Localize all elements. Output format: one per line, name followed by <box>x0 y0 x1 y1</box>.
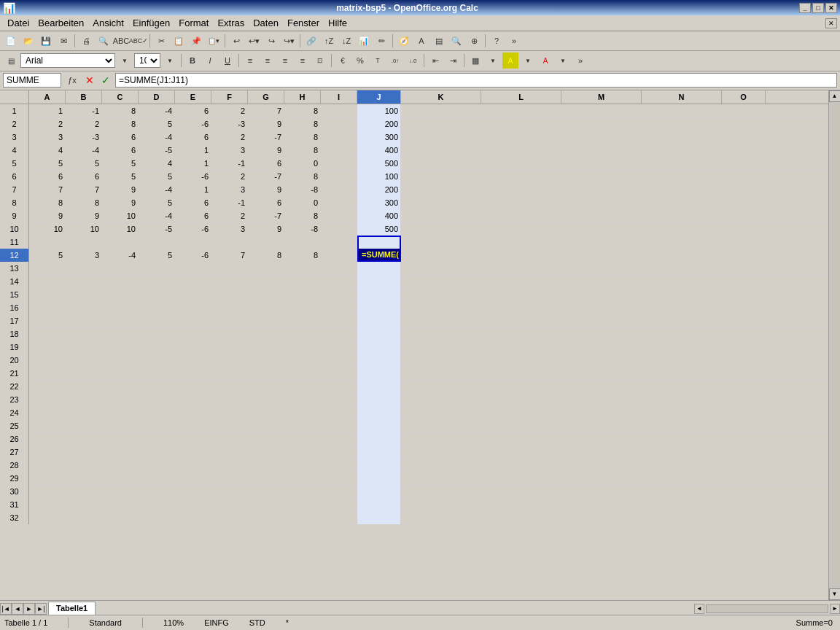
row-num-10[interactable]: 10 <box>0 222 29 236</box>
cell-k2[interactable] <box>401 117 481 131</box>
cell-g9[interactable]: -7 <box>248 209 284 222</box>
cell-f12[interactable]: 7 <box>211 249 248 262</box>
font-size-select[interactable]: 10 <box>134 53 160 68</box>
zoom-button[interactable]: ⊕ <box>466 33 482 49</box>
cell-c5[interactable]: 5 <box>102 157 139 170</box>
cell-i10[interactable] <box>321 222 357 236</box>
col-header-a[interactable]: A <box>29 90 66 104</box>
cell-j5[interactable]: 500 <box>357 157 401 170</box>
sort-asc-button[interactable]: ↑Z <box>321 33 337 49</box>
cell-h5[interactable]: 0 <box>284 157 321 170</box>
row-num-2[interactable]: 2 <box>0 117 29 131</box>
cell-b7[interactable]: 7 <box>66 183 102 196</box>
cell-f5[interactable]: -1 <box>211 157 248 170</box>
undo-button[interactable]: ↩ <box>228 33 244 49</box>
cell-c10[interactable]: 10 <box>102 222 139 236</box>
cell-k4[interactable] <box>401 144 481 157</box>
thousands-button[interactable]: T <box>370 52 386 69</box>
row-num-8[interactable]: 8 <box>0 196 29 209</box>
cell-g5[interactable]: 6 <box>248 157 284 170</box>
cell-b10[interactable]: 10 <box>66 222 102 236</box>
cell-h10[interactable]: -8 <box>284 222 321 236</box>
sheet-tab-tabelle1[interactable]: Tabelle1 <box>48 602 96 615</box>
cell-k10[interactable] <box>401 222 481 236</box>
cell-o6[interactable] <box>722 170 766 183</box>
hscroll-right-button[interactable]: ► <box>830 604 840 614</box>
cell-e6[interactable]: -6 <box>175 170 211 183</box>
decrease-indent-button[interactable]: ⇤ <box>427 52 443 69</box>
cell-i8[interactable] <box>321 196 357 209</box>
tab-next-button[interactable]: ► <box>23 603 35 615</box>
cell-c8[interactable]: 9 <box>102 196 139 209</box>
font-name-select[interactable]: Arial <box>20 53 115 68</box>
menu-datei[interactable]: Datei <box>3 16 34 30</box>
cell-b8[interactable]: 8 <box>66 196 102 209</box>
more-button[interactable]: ▤ <box>431 33 447 49</box>
cell-o2[interactable] <box>722 117 766 131</box>
hscroll-left-button[interactable]: ◄ <box>694 604 704 614</box>
cell-j1[interactable]: 100 <box>357 104 401 117</box>
cell-d4[interactable]: -5 <box>139 144 175 157</box>
scroll-down-button[interactable]: ▼ <box>829 588 841 600</box>
cell-e3[interactable]: 6 <box>175 131 211 144</box>
borders-dropdown[interactable]: ▼ <box>485 52 501 69</box>
cell-e7[interactable]: 1 <box>175 183 211 196</box>
new-button[interactable]: 📄 <box>3 33 19 49</box>
cell-a9[interactable]: 9 <box>29 209 66 222</box>
cell-f2[interactable]: -3 <box>211 117 248 131</box>
cell-k9[interactable] <box>401 209 481 222</box>
cell-e8[interactable]: 6 <box>175 196 211 209</box>
cell-c7[interactable]: 9 <box>102 183 139 196</box>
cell-j11-active[interactable] <box>357 236 401 249</box>
cell-f6[interactable]: 2 <box>211 170 248 183</box>
cell-b4[interactable]: -4 <box>66 144 102 157</box>
cell-l6[interactable] <box>481 170 561 183</box>
cell-b12[interactable]: 3 <box>66 249 102 262</box>
tab-first-button[interactable]: |◄ <box>0 603 12 615</box>
cell-h7[interactable]: -8 <box>284 183 321 196</box>
chart-button[interactable]: 📊 <box>356 33 372 49</box>
cell-f8[interactable]: -1 <box>211 196 248 209</box>
cell-reference-input[interactable] <box>3 73 61 88</box>
find-button[interactable]: 🔍 <box>448 33 464 49</box>
row-num-7[interactable]: 7 <box>0 183 29 196</box>
col-header-j[interactable]: J <box>357 90 401 104</box>
cell-e12[interactable]: -6 <box>175 249 211 262</box>
cell-n5[interactable] <box>642 157 722 170</box>
cell-c4[interactable]: 6 <box>102 144 139 157</box>
cell-j4[interactable]: 400 <box>357 144 401 157</box>
menu-fenster[interactable]: Fenster <box>283 16 324 30</box>
help-button[interactable]: ? <box>489 33 505 49</box>
cell-d9[interactable]: -4 <box>139 209 175 222</box>
vertical-scrollbar[interactable]: ▲ ▼ <box>828 90 840 600</box>
cut-button[interactable]: ✂ <box>153 33 169 49</box>
cell-l1[interactable] <box>481 104 561 117</box>
cell-k8[interactable] <box>401 196 481 209</box>
cell-j6[interactable]: 100 <box>357 170 401 183</box>
cell-m7[interactable] <box>561 183 642 196</box>
cell-g10[interactable]: 9 <box>248 222 284 236</box>
cell-f1[interactable]: 2 <box>211 104 248 117</box>
cell-n10[interactable] <box>642 222 722 236</box>
cell-d12[interactable]: 5 <box>139 249 175 262</box>
cell-o1[interactable] <box>722 104 766 117</box>
cell-b2[interactable]: 2 <box>66 117 102 131</box>
email-button[interactable]: ✉ <box>55 33 71 49</box>
cell-b9[interactable]: 9 <box>66 209 102 222</box>
cell-m1[interactable] <box>561 104 642 117</box>
cell-m9[interactable] <box>561 209 642 222</box>
draw-button[interactable]: ✏ <box>373 33 389 49</box>
cell-h4[interactable]: 8 <box>284 144 321 157</box>
cell-j12[interactable]: =SUMME(J1:J11) <box>357 249 401 262</box>
cell-c2[interactable]: 8 <box>102 117 139 131</box>
scroll-track[interactable] <box>829 102 841 588</box>
cell-i7[interactable] <box>321 183 357 196</box>
cell-o7[interactable] <box>722 183 766 196</box>
menu-bearbeiten[interactable]: Bearbeiten <box>34 16 88 30</box>
row-num-9[interactable]: 9 <box>0 209 29 222</box>
font-color-dropdown[interactable]: ▼ <box>555 52 571 69</box>
menu-format[interactable]: Format <box>174 16 213 30</box>
increase-decimal-button[interactable]: .0↑ <box>387 52 403 69</box>
cell-g3[interactable]: -7 <box>248 131 284 144</box>
cell-h11[interactable] <box>284 236 321 249</box>
